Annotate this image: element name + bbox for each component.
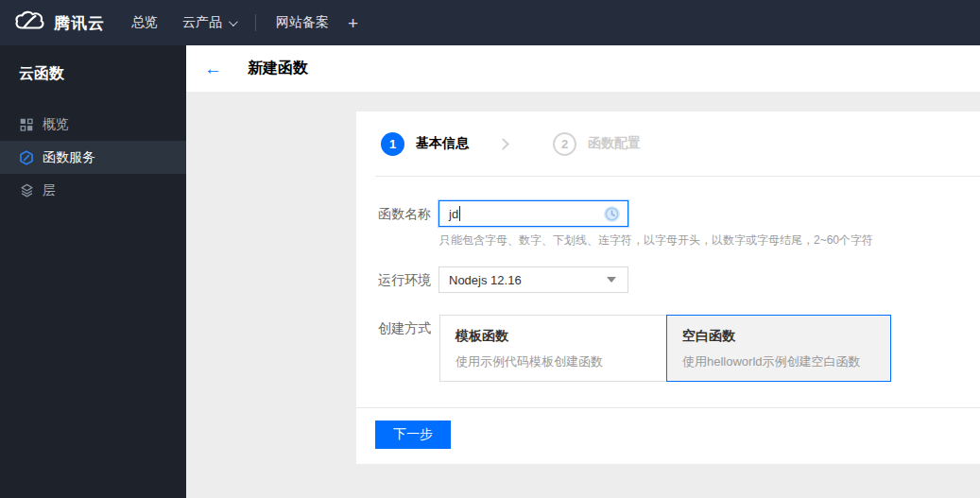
sidebar-item-overview[interactable]: 概览 bbox=[0, 108, 186, 141]
step-1-circle: 1 bbox=[381, 132, 404, 156]
dropdown-caret-icon bbox=[607, 277, 616, 283]
method-card-desc: 使用helloworld示例创建空白函数 bbox=[682, 353, 890, 370]
page-header: ← 新建函数 bbox=[186, 45, 980, 92]
wizard-steps: 1 基本信息 2 函数配置 bbox=[356, 112, 980, 176]
step-2-label: 函数配置 bbox=[588, 135, 641, 152]
grid-overview-icon bbox=[19, 117, 34, 132]
nav-item-products[interactable]: 云产品 bbox=[182, 14, 235, 31]
sidebar-item-label: 层 bbox=[43, 182, 56, 199]
create-function-card: 1 基本信息 2 函数配置 函数名称 jd 只 bbox=[356, 112, 980, 464]
function-name-hint: 只能包含字母、数字、下划线、连字符，以字母开头，以数字或字母结尾，2~60个字符 bbox=[439, 232, 873, 249]
back-arrow-icon[interactable]: ← bbox=[204, 60, 222, 77]
next-step-button[interactable]: 下一步 bbox=[375, 421, 451, 449]
chevron-down-icon bbox=[229, 17, 238, 26]
divider bbox=[356, 407, 980, 408]
tencent-cloud-logo-icon bbox=[13, 9, 45, 36]
hexagon-function-icon bbox=[19, 150, 34, 165]
chevron-right-icon bbox=[497, 138, 509, 150]
sidebar-item-layers[interactable]: 层 bbox=[0, 174, 186, 207]
function-name-input[interactable]: jd bbox=[438, 200, 628, 227]
runtime-select[interactable]: Nodejs 12.16 bbox=[438, 266, 628, 293]
app-window: 腾讯云 总览 云产品 网站备案 + 云函数 概览 bbox=[0, 0, 980, 498]
nav-item-icp-filing[interactable]: 网站备案 bbox=[276, 14, 329, 31]
step-1-label: 基本信息 bbox=[416, 135, 469, 152]
sidebar-title: 云函数 bbox=[0, 45, 186, 108]
divider bbox=[375, 176, 980, 177]
method-card-blank-function[interactable]: 空白函数 使用helloworld示例创建空白函数 bbox=[666, 315, 891, 382]
page-title: 新建函数 bbox=[248, 59, 308, 78]
sidebar-item-function-service[interactable]: 函数服务 bbox=[0, 141, 186, 174]
runtime-label: 运行环境 bbox=[378, 272, 431, 289]
nav-item-overview[interactable]: 总览 bbox=[131, 14, 158, 31]
sidebar-item-label: 函数服务 bbox=[43, 149, 95, 166]
step-2-circle: 2 bbox=[553, 132, 576, 156]
sidebar-item-label: 概览 bbox=[43, 116, 69, 133]
brand-name: 腾讯云 bbox=[54, 12, 105, 34]
method-card-desc: 使用示例代码模板创建函数 bbox=[456, 353, 666, 370]
function-name-label: 函数名称 bbox=[378, 206, 431, 223]
brand[interactable]: 腾讯云 bbox=[13, 9, 105, 36]
top-nav: 腾讯云 总览 云产品 网站备案 + bbox=[0, 0, 980, 45]
method-card-title: 空白函数 bbox=[682, 328, 890, 345]
content-area: 1 基本信息 2 函数配置 函数名称 jd 只 bbox=[186, 92, 980, 498]
function-name-value: jd bbox=[449, 207, 458, 221]
method-card-template-function[interactable]: 模板函数 使用示例代码模板创建函数 bbox=[439, 315, 666, 382]
layers-icon bbox=[19, 183, 34, 198]
sidebar: 云函数 概览 函数服务 bbox=[0, 45, 186, 498]
nav-divider bbox=[255, 14, 256, 31]
add-tab-button[interactable]: + bbox=[348, 14, 358, 32]
text-cursor bbox=[459, 206, 460, 221]
creation-method-label: 创建方式 bbox=[378, 320, 431, 337]
pending-clock-icon bbox=[603, 205, 621, 227]
nav-item-products-label: 云产品 bbox=[182, 14, 222, 31]
runtime-selected-value: Nodejs 12.16 bbox=[449, 273, 607, 287]
method-card-title: 模板函数 bbox=[456, 328, 666, 345]
top-nav-links: 总览 云产品 网站备案 + bbox=[131, 14, 358, 32]
